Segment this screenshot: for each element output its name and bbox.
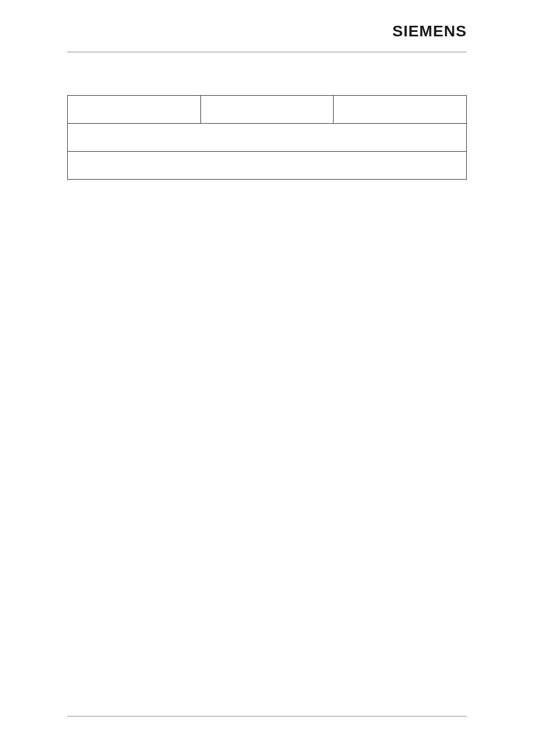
siemens-logo: SIEMENS	[392, 22, 467, 40]
table-row	[68, 124, 467, 152]
table-cell	[68, 96, 201, 124]
table-row	[68, 96, 467, 124]
table-row	[68, 152, 467, 180]
data-table	[67, 95, 467, 180]
table-cell	[200, 96, 334, 124]
bottom-divider	[67, 716, 467, 717]
table-cell-merged	[68, 152, 467, 180]
table-cell-merged	[68, 124, 467, 152]
content-area	[67, 22, 467, 180]
page-container: SIEMENS	[0, 0, 534, 756]
top-divider	[67, 51, 467, 53]
table-cell	[334, 96, 467, 124]
